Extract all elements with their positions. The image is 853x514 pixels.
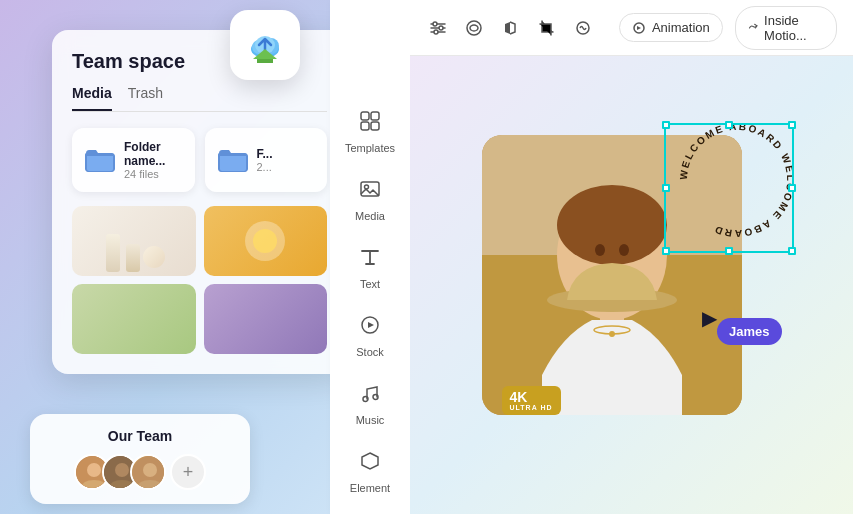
svg-point-18 — [373, 395, 378, 400]
sidebar-item-stock[interactable]: Stock — [334, 304, 406, 368]
tab-media[interactable]: Media — [72, 85, 112, 111]
folder-info-1: Folder name... 24 files — [124, 140, 183, 180]
folder-card-2[interactable]: F... 2... — [205, 128, 328, 192]
svg-point-21 — [439, 26, 443, 30]
text-icon — [359, 246, 381, 274]
circular-text-container[interactable]: WELCOME ABOARD WELCOME ABOARD — [672, 115, 802, 245]
svg-rect-11 — [371, 112, 379, 120]
upload-cloud-icon — [243, 23, 287, 67]
thumb-cosmetics[interactable] — [72, 206, 196, 276]
image-icon — [359, 178, 381, 206]
folders-row: Folder name... 24 files F... 2... — [72, 128, 327, 192]
folder-name-1: Folder name... — [124, 140, 183, 168]
upload-icon-container — [230, 10, 300, 80]
sidebar-label-media: Media — [355, 210, 385, 222]
avatars-row: + — [46, 454, 234, 490]
our-team-section: Our Team + — [30, 414, 250, 504]
avatar-3 — [130, 454, 166, 490]
our-team-title: Our Team — [46, 428, 234, 444]
crop-icon-btn[interactable] — [535, 12, 559, 44]
adjust-icon-btn[interactable] — [426, 12, 450, 44]
svg-point-22 — [434, 30, 438, 34]
sidebar-item-text[interactable]: Text — [334, 236, 406, 300]
sidebar-item-templates[interactable]: Templates — [334, 100, 406, 164]
handle-br[interactable] — [788, 247, 796, 255]
svg-rect-10 — [361, 112, 369, 120]
inside-motion-icon — [748, 21, 758, 35]
svg-point-17 — [363, 397, 368, 402]
canvas-content: WELCOME ABOARD WELCOME ABOARD 4K ULTRA H… — [452, 105, 812, 465]
circular-text-svg: WELCOME ABOARD WELCOME ABOARD — [672, 115, 802, 245]
folder-name-2: F... — [257, 147, 273, 161]
thumb-orange[interactable] — [204, 206, 328, 276]
sidebar-item-element[interactable]: Element — [334, 440, 406, 504]
folder-count-1: 24 files — [124, 168, 183, 180]
folder-info-2: F... 2... — [257, 147, 273, 173]
tabs-row: Media Trash — [72, 85, 327, 112]
svg-point-7 — [115, 463, 129, 477]
top-toolbar: Animation Inside Motio... — [410, 0, 853, 56]
svg-point-32 — [619, 244, 629, 256]
inside-motion-button[interactable]: Inside Motio... — [735, 6, 837, 50]
handle-tl[interactable] — [662, 121, 670, 129]
thumb-purple[interactable] — [204, 284, 328, 354]
folder-count-2: 2... — [257, 161, 273, 173]
folder-icon-1 — [84, 147, 116, 173]
canvas-area: WELCOME ABOARD WELCOME ABOARD 4K ULTRA H… — [410, 56, 853, 514]
folder-icon-2 — [217, 147, 249, 173]
folder-card-1[interactable]: Folder name... 24 files — [72, 128, 195, 192]
svg-rect-12 — [361, 122, 369, 130]
sidebar-label-text: Text — [360, 278, 380, 290]
svg-text:WELCOME ABOARD WELCOME ABOARD: WELCOME ABOARD WELCOME ABOARD — [677, 121, 795, 239]
inside-motion-label: Inside Motio... — [764, 13, 824, 43]
animation-label: Animation — [652, 20, 710, 35]
svg-point-20 — [433, 22, 437, 26]
team-space-panel: Team space Media Trash Folder name... 24… — [52, 30, 347, 374]
svg-point-31 — [595, 244, 605, 256]
svg-point-30 — [557, 185, 667, 265]
add-team-member-button[interactable]: + — [170, 454, 206, 490]
play-icon — [359, 314, 381, 342]
sidebar-item-brand[interactable]: Brand — [334, 508, 406, 514]
james-collaborator-label: James — [717, 318, 781, 345]
sidebar-label-element: Element — [350, 482, 390, 494]
sidebar: Templates Media Text Stock — [330, 0, 410, 514]
sidebar-label-stock: Stock — [356, 346, 384, 358]
svg-point-15 — [365, 185, 369, 189]
svg-point-23 — [467, 21, 481, 35]
mask-icon-btn[interactable] — [462, 12, 486, 44]
sidebar-item-music[interactable]: Music — [334, 372, 406, 436]
effects-icon-btn[interactable] — [571, 12, 595, 44]
element-icon — [359, 450, 381, 478]
badge-sub-text: ULTRA HD — [510, 404, 553, 411]
tab-trash[interactable]: Trash — [128, 85, 163, 111]
sidebar-label-templates: Templates — [345, 142, 395, 154]
grid-icon — [359, 110, 381, 138]
thumb-mixed[interactable] — [72, 284, 196, 354]
thumbnails-grid — [72, 206, 327, 354]
sidebar-item-media[interactable]: Media — [334, 168, 406, 232]
cursor-arrow: ▶ — [702, 306, 717, 330]
svg-rect-13 — [371, 122, 379, 130]
sidebar-label-music: Music — [356, 414, 385, 426]
badge-4k: 4K ULTRA HD — [502, 386, 561, 415]
animation-icon — [632, 21, 646, 35]
svg-point-9 — [143, 463, 157, 477]
badge-4k-text: 4K — [510, 390, 553, 404]
animation-button[interactable]: Animation — [619, 13, 723, 42]
music-icon — [359, 382, 381, 410]
svg-point-5 — [87, 463, 101, 477]
svg-point-36 — [609, 331, 615, 337]
flip-icon-btn[interactable] — [498, 12, 522, 44]
